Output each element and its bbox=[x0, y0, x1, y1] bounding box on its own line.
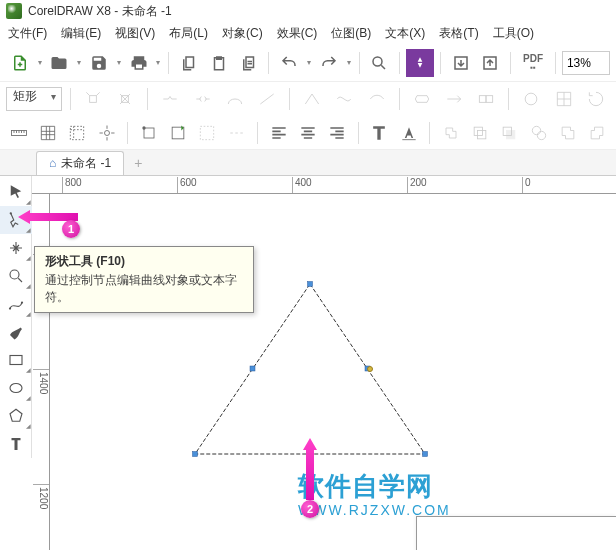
open-button[interactable] bbox=[46, 49, 74, 77]
simplify-icon[interactable] bbox=[526, 118, 551, 148]
align-left-icon[interactable] bbox=[266, 118, 291, 148]
stretch-nodes-icon[interactable] bbox=[550, 84, 578, 114]
zoom-tool[interactable]: ◢ bbox=[0, 262, 32, 290]
node-delete-icon[interactable] bbox=[111, 84, 139, 114]
menu-bitmap[interactable]: 位图(B) bbox=[331, 25, 371, 42]
menu-view[interactable]: 视图(V) bbox=[115, 25, 155, 42]
cusp-node-icon[interactable] bbox=[298, 84, 326, 114]
paste-button[interactable] bbox=[205, 49, 233, 77]
menu-tools[interactable]: 工具(O) bbox=[493, 25, 534, 42]
crop-tool[interactable]: ◢ bbox=[0, 234, 32, 262]
new-document-button[interactable] bbox=[6, 49, 34, 77]
svg-rect-1 bbox=[90, 96, 97, 103]
menu-file[interactable]: 文件(F) bbox=[8, 25, 47, 42]
undo-dropdown-icon[interactable]: ▾ bbox=[305, 49, 313, 77]
property-bar: 矩形 bbox=[0, 82, 616, 116]
open-dropdown-icon[interactable]: ▾ bbox=[75, 49, 83, 77]
search-button[interactable] bbox=[366, 49, 394, 77]
preset-shape-dropdown[interactable]: 矩形 bbox=[6, 87, 62, 111]
alignment-guides-icon[interactable] bbox=[165, 118, 190, 148]
front-minus-back-icon[interactable] bbox=[555, 118, 580, 148]
svg-point-7 bbox=[104, 130, 109, 135]
zoom-level-input[interactable] bbox=[562, 51, 610, 75]
horizontal-ruler[interactable]: 800 600 400 200 0 bbox=[32, 176, 616, 194]
join-nodes-icon[interactable] bbox=[156, 84, 184, 114]
distribute-icon[interactable] bbox=[224, 118, 249, 148]
add-tab-button[interactable]: + bbox=[128, 153, 148, 173]
copy-button[interactable] bbox=[175, 49, 203, 77]
annotation-badge-2: 2 bbox=[301, 500, 319, 518]
polygon-tool[interactable]: ◢ bbox=[0, 402, 32, 430]
main-toolbar: ▾ ▾ ▾ ▾ ▾ ▾ PDF▪▪ bbox=[0, 44, 616, 82]
menu-edit[interactable]: 编辑(E) bbox=[61, 25, 101, 42]
svg-rect-8 bbox=[144, 128, 154, 138]
intersect-icon[interactable] bbox=[497, 118, 522, 148]
svg-point-18 bbox=[10, 270, 19, 279]
trim-icon[interactable] bbox=[468, 118, 493, 148]
close-curve-icon[interactable] bbox=[517, 84, 545, 114]
menu-table[interactable]: 表格(T) bbox=[439, 25, 478, 42]
menu-layout[interactable]: 布局(L) bbox=[169, 25, 208, 42]
svg-rect-23 bbox=[308, 282, 313, 287]
freehand-tool[interactable]: ◢ bbox=[0, 290, 32, 318]
snap-ruler-icon[interactable] bbox=[6, 118, 31, 148]
rotate-nodes-icon[interactable] bbox=[582, 84, 610, 114]
import-button[interactable] bbox=[447, 49, 475, 77]
break-nodes-icon[interactable] bbox=[189, 84, 217, 114]
new-dropdown-icon[interactable]: ▾ bbox=[36, 49, 44, 77]
svg-point-9 bbox=[142, 126, 145, 129]
menu-effects[interactable]: 效果(C) bbox=[277, 25, 318, 42]
extract-subpath-icon[interactable] bbox=[472, 84, 500, 114]
node-add-icon[interactable] bbox=[79, 84, 107, 114]
align-center-icon[interactable] bbox=[295, 118, 320, 148]
snap-grid-icon[interactable] bbox=[35, 118, 60, 148]
shape-tool-tooltip: 形状工具 (F10) 通过控制节点编辑曲线对象或文本字符。 bbox=[34, 246, 254, 313]
align-right-icon[interactable] bbox=[325, 118, 350, 148]
canvas-area: ◢ ◢ ◢ ◢ ◢ ◢ ◢ ◢ 800 600 400 200 0 1600 1… bbox=[0, 176, 616, 550]
curve-to-line-icon[interactable] bbox=[253, 84, 281, 114]
pick-tool[interactable]: ◢ bbox=[0, 178, 32, 206]
dynamic-guides-icon[interactable] bbox=[136, 118, 161, 148]
back-minus-front-icon[interactable] bbox=[585, 118, 610, 148]
undo-button[interactable] bbox=[275, 49, 303, 77]
document-tab-bar: ⌂ 未命名 -1 + bbox=[0, 150, 616, 176]
redo-button[interactable] bbox=[315, 49, 343, 77]
snap-objects-icon[interactable] bbox=[94, 118, 119, 148]
svg-rect-14 bbox=[507, 130, 515, 138]
redo-dropdown-icon[interactable]: ▾ bbox=[345, 49, 353, 77]
annotation-badge-1: 1 bbox=[62, 220, 80, 238]
extend-curve-icon[interactable] bbox=[440, 84, 468, 114]
align-distribute-icon[interactable] bbox=[195, 118, 220, 148]
line-to-curve-icon[interactable] bbox=[221, 84, 249, 114]
svg-rect-12 bbox=[478, 130, 486, 138]
svg-point-20 bbox=[21, 301, 23, 303]
ellipse-tool[interactable]: ◢ bbox=[0, 374, 32, 402]
svg-point-19 bbox=[9, 307, 11, 309]
save-button[interactable] bbox=[85, 49, 113, 77]
fill-color-button[interactable] bbox=[406, 49, 434, 77]
reverse-curve-icon[interactable] bbox=[408, 84, 436, 114]
smooth-node-icon[interactable] bbox=[330, 84, 358, 114]
annotation-arrow-2 bbox=[303, 438, 317, 503]
rectangle-tool[interactable]: ◢ bbox=[0, 346, 32, 374]
document-tab[interactable]: ⌂ 未命名 -1 bbox=[36, 151, 124, 175]
export-button[interactable] bbox=[477, 49, 505, 77]
print-button[interactable] bbox=[125, 49, 153, 77]
print-dropdown-icon[interactable]: ▾ bbox=[154, 49, 162, 77]
text-tool[interactable] bbox=[0, 430, 32, 458]
artistic-media-tool[interactable] bbox=[0, 318, 32, 346]
menu-object[interactable]: 对象(C) bbox=[222, 25, 263, 42]
text-tool-icon[interactable] bbox=[367, 118, 392, 148]
clipboard-button[interactable] bbox=[235, 49, 263, 77]
save-dropdown-icon[interactable]: ▾ bbox=[115, 49, 123, 77]
baseline-icon[interactable] bbox=[396, 118, 421, 148]
app-icon bbox=[6, 3, 22, 19]
weld-icon[interactable] bbox=[438, 118, 463, 148]
snap-guidelines-icon[interactable] bbox=[65, 118, 90, 148]
symmetric-node-icon[interactable] bbox=[363, 84, 391, 114]
pdf-export-button[interactable]: PDF▪▪ bbox=[517, 49, 549, 77]
svg-point-17 bbox=[10, 212, 12, 214]
window-title: CorelDRAW X8 - 未命名 -1 bbox=[28, 3, 172, 20]
svg-point-15 bbox=[532, 126, 540, 134]
menu-text[interactable]: 文本(X) bbox=[385, 25, 425, 42]
